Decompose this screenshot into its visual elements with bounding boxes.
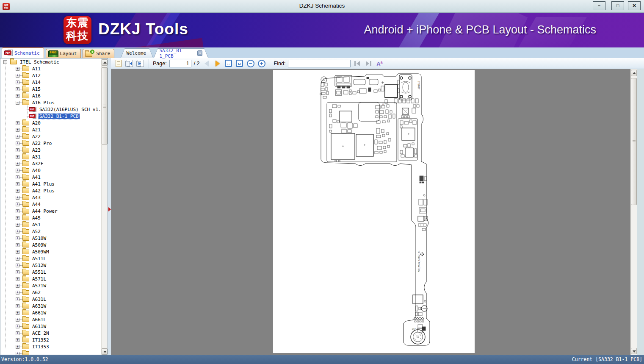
tree-item-folder[interactable]: +IT1353 (0, 343, 101, 350)
tree-item-folder[interactable]: +A509WM (0, 248, 101, 255)
expand-plus-icon[interactable]: + (16, 196, 19, 200)
tree-item-folder[interactable]: +A11 (0, 65, 101, 72)
expand-plus-icon[interactable]: + (16, 81, 19, 84)
tree-item-pdf[interactable]: PDFSA332(A16PLUS)_SCH_v1.2 (0, 106, 101, 113)
tree-item-folder[interactable]: +A571W (0, 282, 101, 289)
tree-item-folder[interactable]: +A512W (0, 262, 101, 269)
tree-item-folder[interactable]: +ACE 2N (0, 330, 101, 336)
tree-item-folder[interactable]: +A16 (0, 92, 101, 99)
find-input[interactable] (288, 60, 351, 67)
tree-item-folder[interactable]: +A511L (0, 255, 101, 262)
tree-item-pdf[interactable]: PDFSA332_B1-1_PCB (0, 113, 101, 119)
expand-plus-icon[interactable]: + (16, 203, 19, 206)
tree-item-folder[interactable]: −ITEL Schematic (0, 58, 101, 65)
expand-plus-icon[interactable]: + (16, 284, 19, 288)
maximize-button[interactable]: □ (611, 1, 624, 10)
expand-plus-icon[interactable]: + (16, 236, 19, 240)
expand-plus-icon[interactable]: + (16, 318, 19, 322)
expand-plus-icon[interactable]: + (16, 223, 19, 227)
expand-plus-icon[interactable]: + (16, 297, 19, 301)
tree-item-folder[interactable]: +A32F (0, 160, 101, 167)
tree-item-folder[interactable]: +A21 (0, 126, 101, 133)
expand-plus-icon[interactable]: + (16, 331, 19, 335)
pdf-page[interactable]: STSM07 25 PCB_MAIN_SA332_V1 MIC (273, 70, 475, 353)
fit-width-button[interactable]: ↔ (224, 59, 233, 68)
tree-item-folder[interactable]: +A12 (0, 72, 101, 79)
viewer-scrollbar[interactable] (630, 69, 637, 355)
tree-scrollbar[interactable] (101, 58, 108, 355)
tab-close-icon[interactable]: ✕ (197, 50, 202, 56)
expand-plus-icon[interactable]: + (16, 270, 19, 274)
tree-item-folder[interactable]: +A22 Pro (0, 140, 101, 147)
tab-share[interactable]: + Share (83, 49, 114, 58)
tree-item-folder[interactable]: +A45 (0, 214, 101, 221)
expand-plus-icon[interactable]: + (16, 94, 19, 98)
scroll-down-icon[interactable] (102, 348, 108, 355)
tree-item-folder[interactable]: +A571L (0, 275, 101, 282)
scroll-down-icon[interactable] (631, 348, 637, 354)
panel-splitter[interactable] (108, 58, 111, 355)
tree-item-folder[interactable]: +A51 (0, 221, 101, 228)
tree-item-folder[interactable]: +A22 (0, 133, 101, 140)
tree-item-folder[interactable]: +A40 (0, 167, 101, 174)
rotate-right-button[interactable] (136, 59, 145, 68)
tree-item-folder[interactable]: −A16 Plus (0, 99, 101, 106)
find-previous-button[interactable] (353, 59, 362, 68)
tree-item-folder[interactable]: +A20 (0, 119, 101, 126)
rotate-left-button[interactable] (125, 59, 134, 68)
expand-plus-icon[interactable]: + (16, 291, 19, 295)
expand-plus-icon[interactable]: + (16, 175, 19, 179)
find-next-button[interactable] (364, 59, 373, 68)
tab-schematic[interactable]: PDF Schematic (2, 47, 44, 58)
expand-plus-icon[interactable]: + (16, 243, 19, 247)
expand-plus-icon[interactable]: + (16, 250, 19, 254)
fit-page-button[interactable] (235, 59, 244, 68)
expand-plus-icon[interactable]: + (16, 87, 19, 91)
expand-plus-icon[interactable]: + (16, 304, 19, 308)
tree-item-folder[interactable]: +A14 (0, 79, 101, 86)
tree-item-folder[interactable]: +A23 (0, 147, 101, 153)
expand-plus-icon[interactable]: + (16, 209, 19, 213)
next-page-button[interactable] (213, 59, 222, 68)
collapse-minus-icon[interactable]: − (3, 60, 7, 64)
tree-item-folder[interactable]: +A510W (0, 235, 101, 242)
page-number-input[interactable] (169, 60, 191, 67)
expand-plus-icon[interactable]: + (16, 189, 19, 193)
expand-plus-icon[interactable]: + (16, 216, 19, 220)
expand-plus-icon[interactable]: + (16, 264, 19, 267)
tree-item-folder[interactable]: +A42 Plus (0, 187, 101, 194)
minimize-button[interactable]: – (593, 1, 605, 10)
tree-item-folder[interactable]: +A631W (0, 303, 101, 309)
tree-item-folder[interactable]: + (0, 350, 101, 355)
tree-item-folder[interactable]: +A509W (0, 242, 101, 248)
scroll-up-icon[interactable] (631, 70, 637, 76)
tree-scrollbar-thumb[interactable] (102, 67, 108, 144)
match-case-button[interactable]: Aa (375, 59, 384, 68)
expand-plus-icon[interactable]: + (16, 128, 19, 132)
tree-item-folder[interactable]: +A15 (0, 86, 101, 92)
tree-item-folder[interactable]: +A661W (0, 309, 101, 316)
tree-item-folder[interactable]: +A611W (0, 323, 101, 330)
expand-plus-icon[interactable]: + (16, 182, 19, 186)
previous-page-button[interactable] (202, 59, 211, 68)
pdf-viewer[interactable]: STSM07 25 PCB_MAIN_SA332_V1 MIC (111, 69, 637, 355)
zoom-out-button[interactable]: − (246, 59, 255, 68)
tree-item-folder[interactable]: +A62 (0, 289, 101, 296)
collapse-minus-icon[interactable]: − (16, 101, 19, 105)
tree-item-folder[interactable]: +A44 (0, 201, 101, 208)
tree-item-folder[interactable]: +A661L (0, 316, 101, 323)
tree-item-folder[interactable]: +A31 (0, 153, 101, 160)
expand-plus-icon[interactable]: + (16, 311, 19, 315)
expand-plus-icon[interactable]: + (16, 277, 19, 281)
tree-item-folder[interactable]: +A41 Plus (0, 181, 101, 187)
tree-item-folder[interactable]: +A41 (0, 174, 101, 181)
tree-item-folder[interactable]: +IT1352 (0, 336, 101, 343)
doc-tab-welcome[interactable]: Welcome (120, 48, 153, 58)
expand-plus-icon[interactable]: + (16, 162, 19, 166)
tree-item-folder[interactable]: +A631L (0, 296, 101, 303)
expand-plus-icon[interactable]: + (16, 67, 19, 71)
expand-plus-icon[interactable]: + (16, 230, 19, 233)
tree-item-folder[interactable]: +A43 (0, 194, 101, 201)
close-button[interactable]: ✕ (628, 1, 641, 10)
scroll-up-icon[interactable] (102, 59, 108, 66)
